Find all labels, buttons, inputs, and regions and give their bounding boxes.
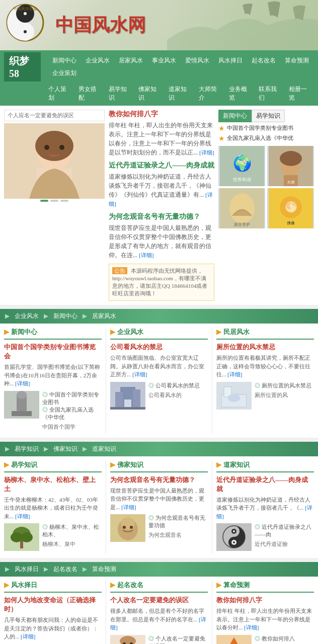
- middle-articles: 教你如何排八字 排年柱 年柱，即人出生的年份用天支来表示。注意上一年和下一年的分…: [109, 110, 214, 301]
- sec-nav-home[interactable]: 居家风水: [92, 312, 116, 320]
- fortune-header: ▶ 算命预测: [216, 581, 314, 593]
- news-text-1[interactable]: 中国首个国学类别专业图书: [227, 124, 293, 132]
- sec-nav-fengshui-day[interactable]: 风水择日: [15, 565, 39, 574]
- sec-nav-enterprise[interactable]: 企业风水: [15, 312, 39, 320]
- enterprise-detail-link[interactable]: [详细]: [132, 371, 147, 377]
- nav-home-fengshui[interactable]: 居家风水: [115, 55, 147, 66]
- svg-point-3: [24, 12, 27, 15]
- news-icon: ▶: [4, 328, 9, 336]
- article2-text: 道家修炼以别化为神奶证道，丹经古人谈炼飞升者千万，接宿者几千，《神仙传》《列仙传…: [109, 172, 214, 208]
- yixue-link[interactable]: [详细]: [15, 513, 30, 519]
- news-thumb-row: 中国首个国学类别专业图书 全国九家孔庙入选《中华优 中国首个国学: [4, 391, 102, 431]
- naming-col: ▶ 起名改名 个人改名一定要避免的误区 很多人都邮名，但总是有个不好的名字在那里…: [110, 581, 208, 644]
- nav-buddhism[interactable]: 佛家知识: [134, 84, 164, 104]
- nav-news-center[interactable]: 新闻中心: [48, 55, 81, 66]
- nav-fortune[interactable]: 算命预测: [281, 55, 313, 66]
- nav-taoism[interactable]: 道家知识: [165, 84, 194, 104]
- buddhism-title[interactable]: 为何念观音名号有无量功德？: [110, 475, 208, 485]
- article1-link[interactable]: [详细]: [199, 149, 214, 155]
- news-sub-link-2[interactable]: 全国九家孔庙入选《中华优: [42, 406, 102, 421]
- svg-point-51: [130, 526, 133, 529]
- fortune-sub-link-1[interactable]: 教你如何排八: [255, 635, 295, 642]
- nav-brand[interactable]: 织梦58: [4, 52, 41, 82]
- nav-enterprise-fengshui[interactable]: 企业风水: [82, 55, 114, 66]
- nav-top-row: 织梦58 新闻中心 企业风水 居家风水 事业风水 爱情风水 风水择日 起名改名 …: [0, 50, 318, 84]
- naming-sub-link-1[interactable]: 个人改名一定要避免的误区: [148, 635, 208, 645]
- hot-img-1: 🌍 世界和谐: [218, 146, 265, 186]
- fengshui-day-text: 几乎每天都有朋友问我：人的命运是不是天注定的？答告诉我们（或者你）：人的... …: [4, 616, 102, 641]
- nav-personal-plan[interactable]: 个人策划: [44, 84, 73, 104]
- sec-nav-taoism[interactable]: 道家知识: [92, 445, 116, 453]
- buddhism-link[interactable]: [详细]: [121, 504, 136, 510]
- sec-nav-yixue[interactable]: 易学知识: [15, 445, 39, 453]
- taoism-sub-link-1[interactable]: 近代丹道证验录之八——肉: [255, 523, 314, 538]
- article1-title[interactable]: 教你如何排八字: [109, 110, 214, 119]
- sec-nav-fortune[interactable]: 算命预测: [92, 565, 116, 574]
- news-text-2[interactable]: 全国九家孔庙入选《中华优: [227, 134, 293, 142]
- buddhism-col: ▶ 佛家知识 为何念观音名号有无量功德？ 现世音菩萨应生是中国人最熟悉的，观音信…: [110, 460, 208, 554]
- three-col-section-2: ▶ 易学知识 杨柳木、泉中水、松柏木、壁上土 壬午癸未柳柳木：42、43年、02…: [0, 456, 318, 558]
- svg-rect-36: [110, 407, 145, 410]
- nav-love-fengshui[interactable]: 爱情风水: [181, 55, 213, 66]
- news-article-title[interactable]: 中国首个国学类别专业图书博览会: [4, 343, 102, 361]
- arrow-icon-6: ▶: [83, 445, 87, 453]
- nav-biz-plan[interactable]: 企业策划: [48, 67, 81, 79]
- home-article-title[interactable]: 厕所位置的风水禁忌: [216, 343, 314, 352]
- yixue-sub-link-1[interactable]: 杨柳木、泉中水、松柏木、: [42, 523, 102, 538]
- hot-img-2: 大师: [267, 146, 314, 186]
- nav-row1: 新闻中心 企业风水 居家风水 事业风水 爱情风水 风水择日 起名改名 算命预测 …: [48, 55, 314, 79]
- hot-img-bottom-row: 观音菩萨 🌕 佛像: [218, 188, 314, 228]
- col-sep-2: [212, 328, 212, 434]
- news-detail-link[interactable]: [详细]: [15, 380, 30, 386]
- nav-gallery[interactable]: 相册一览: [285, 84, 314, 104]
- nav-career-fengshui[interactable]: 事业风水: [148, 55, 180, 66]
- fengshui-day-link[interactable]: [详细]: [21, 633, 35, 639]
- svg-text:世界和谐: 世界和谐: [233, 177, 251, 182]
- article2-title[interactable]: 近代丹道证验录之八——肉身成就: [109, 161, 214, 170]
- navigation: 织梦58 新闻中心 企业风水 居家风水 事业风水 爱情风水 风水择日 起名改名 …: [0, 50, 318, 106]
- sec-nav-news[interactable]: 新闻中心: [53, 312, 77, 320]
- notice-box: 公告 本源码程序由无忧网络提供，http://wuyouwl.taobao.co…: [109, 264, 214, 301]
- nav-contact[interactable]: 联系我们: [255, 84, 284, 104]
- yixue-thumb-text: 杨柳木、泉中水、松柏木、 杨柳木、泉中: [42, 523, 102, 551]
- nav-match[interactable]: 男女搭配: [74, 84, 104, 104]
- nav-naming[interactable]: 起名改名: [248, 55, 280, 66]
- left-promo: 个人应名一定要避免的误区: [4, 110, 105, 301]
- section-nav-2: ▶ 易学知识 ▶ 佛家知识 ▶ 道家知识: [0, 442, 318, 456]
- home-sub-link-1[interactable]: 厕所位置的风水禁忌: [255, 382, 311, 389]
- enterprise-thumb-label: 公司看风水的: [148, 391, 200, 399]
- sec-nav-naming[interactable]: 起名改名: [53, 565, 77, 574]
- svg-rect-34: [115, 392, 123, 407]
- nav-yixue[interactable]: 易学知识: [105, 84, 134, 104]
- fortune-thumb-text: 教你如何排八 教你如何排八: [255, 635, 295, 645]
- enterprise-sub-link-1[interactable]: 公司看风水的禁忌: [148, 382, 200, 389]
- yixue-title[interactable]: 杨柳木、泉中水、松柏木、壁上土: [4, 475, 102, 494]
- nav-services[interactable]: 业务概览: [225, 84, 254, 104]
- fortune-title[interactable]: 教你如何排八字: [216, 596, 314, 605]
- taoism-title[interactable]: 近代丹道证验录之八——肉身成就: [216, 475, 314, 494]
- hot-tab-yixue[interactable]: 易学知识: [252, 110, 285, 122]
- right-hot-section: 新闻中心 易学知识 ★ 中国首个国学类别专业图书 ★ 全国九家孔庙入选《中华优 …: [218, 110, 314, 301]
- enterprise-col: ▶ 企业风水 公司看风水的禁忌 公司市场图面煞临、办公室宜宽大辽阔。从静置八卦在…: [110, 328, 208, 434]
- naming-title[interactable]: 个人改名一定要避免的误区: [110, 596, 208, 605]
- enterprise-article-title[interactable]: 公司看风水的禁忌: [110, 343, 208, 352]
- yixue-icon: ▶: [4, 461, 9, 469]
- hot-tab-news[interactable]: 新闻中心: [218, 110, 252, 122]
- fengshui-day-title[interactable]: 如何人为地改变命运（正确选择时）: [4, 596, 102, 614]
- svg-text:🌕: 🌕: [284, 201, 297, 213]
- article3-title[interactable]: 为何念观音名号有无量功德？: [109, 212, 214, 221]
- fortune-link[interactable]: [详细]: [244, 624, 259, 630]
- nav-master[interactable]: 大师简介: [195, 84, 224, 104]
- svg-point-30: [17, 391, 27, 399]
- arrow-icon-4: ▶: [5, 445, 10, 453]
- svg-text:观音菩萨: 观音菩萨: [234, 222, 250, 227]
- site-logo: 中国风水协会: [5, 3, 50, 48]
- enterprise-thumb-row: 公司看风水的禁忌 公司看风水的: [110, 382, 208, 410]
- news-sub-link-1[interactable]: 中国首个国学类别专业图书: [42, 391, 102, 406]
- nav-fengshui-day[interactable]: 风水择日: [214, 55, 247, 66]
- buddhism-sub-link-1[interactable]: 为何念观音名号有无量功德: [148, 514, 208, 529]
- home-detail-link[interactable]: [详细]: [227, 371, 242, 377]
- sec-nav-buddhism[interactable]: 佛家知识: [53, 445, 77, 453]
- yixue-col: ▶ 易学知识 杨柳木、泉中水、松柏木、壁上土 壬午癸未柳柳木：42、43年、02…: [4, 460, 102, 554]
- article3-link[interactable]: [详细]: [139, 252, 153, 258]
